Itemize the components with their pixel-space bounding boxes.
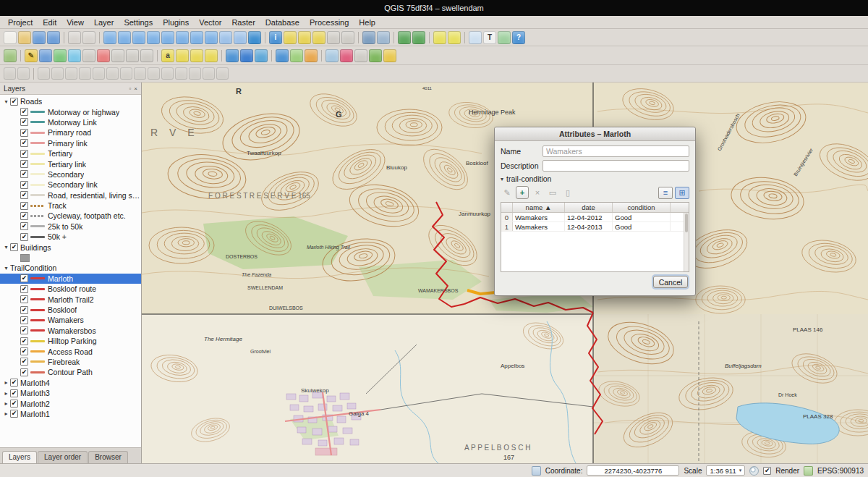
style-manager-icon[interactable] <box>340 49 353 62</box>
layer-item-roads[interactable]: ▾✔Roads <box>0 96 141 106</box>
layer-item-hilltop-parking[interactable]: ✔Hilltop Parking <box>0 336 141 346</box>
split-parts-icon[interactable] <box>175 67 187 80</box>
layer-item-contour-path[interactable]: ✔Contour Path <box>0 367 141 377</box>
layer-item-tertiary[interactable]: ✔Tertiary <box>0 148 141 159</box>
layer-checkbox[interactable]: ✔ <box>20 108 28 116</box>
layer-checkbox[interactable]: ✔ <box>20 306 28 314</box>
table-row[interactable]: 0Wamakers12-04-2012Good <box>501 213 689 222</box>
zoom-next-icon[interactable] <box>234 31 247 44</box>
render-checkbox[interactable]: ✔ Render <box>763 467 799 475</box>
file-new-icon[interactable] <box>4 31 17 44</box>
layer-item-motorway-link[interactable]: ✔Motorway Link <box>0 117 141 127</box>
scrollbar-thumb[interactable] <box>685 214 688 232</box>
unlink-feature-button[interactable]: ▯ <box>561 186 574 199</box>
panel-tab-layers[interactable]: Layers <box>2 451 37 463</box>
identify-icon[interactable]: i <box>269 31 282 44</box>
pan-map-icon[interactable] <box>103 31 116 44</box>
zoom-to-selection-icon[interactable] <box>190 31 203 44</box>
measure-line-icon[interactable] <box>327 31 340 44</box>
attribute-table-icon[interactable] <box>362 31 375 44</box>
form-view-button[interactable]: ≡ <box>658 187 673 199</box>
layer-checkbox[interactable]: ✔ <box>10 243 18 251</box>
menu-help[interactable]: Help <box>354 17 380 28</box>
help-contents-icon[interactable]: ? <box>512 31 525 44</box>
composer-manager-icon[interactable] <box>82 31 95 44</box>
expand-icon[interactable]: ▸ <box>2 400 10 407</box>
rotate-label-icon[interactable] <box>190 49 203 62</box>
rotate-feature-icon[interactable] <box>38 67 50 80</box>
zoom-to-layer-icon[interactable] <box>205 31 218 44</box>
field-calculator-icon[interactable] <box>377 31 390 44</box>
menu-vector[interactable]: Vector <box>194 17 226 28</box>
dialog-title[interactable]: Attributes – Marloth <box>495 127 695 141</box>
collapse-icon[interactable]: ▾ <box>2 265 10 271</box>
layer-checkbox[interactable]: ✔ <box>20 316 28 324</box>
zoom-in-icon[interactable] <box>132 31 145 44</box>
web-service-icon[interactable] <box>226 49 239 62</box>
layer-item-50k[interactable]: ✔50k + <box>0 232 141 242</box>
toggle-editing-icon[interactable]: ✎ <box>25 49 38 62</box>
pan-to-selection-icon[interactable] <box>118 31 131 44</box>
layer-item-track[interactable]: ✔Track <box>0 200 141 211</box>
layer-checkbox[interactable]: ✔ <box>20 202 28 210</box>
expand-icon[interactable]: ▸ <box>2 390 10 397</box>
save-layer-edits-icon[interactable] <box>39 49 52 62</box>
layer-item-trailcondition[interactable]: ▾TrailCondition <box>0 263 141 273</box>
link-feature-button[interactable]: ▭ <box>546 186 559 199</box>
collapse-icon[interactable]: ▾ <box>2 98 10 105</box>
layer-checkbox[interactable]: ✔ <box>20 295 28 303</box>
delete-child-feature-button[interactable]: × <box>531 186 544 199</box>
layer-checkbox[interactable]: ✔ <box>20 222 28 230</box>
select-by-expression-icon[interactable] <box>298 31 311 44</box>
labeling-icon[interactable]: a <box>161 49 174 62</box>
change-label-properties-icon[interactable] <box>205 49 218 62</box>
layer-checkbox[interactable]: ✔ <box>10 98 18 106</box>
magnifier-icon[interactable] <box>749 466 759 476</box>
zoom-full-icon[interactable] <box>176 31 189 44</box>
layer-checkbox[interactable]: ✔ <box>20 170 28 178</box>
reshape-features-icon[interactable] <box>134 67 146 80</box>
redo-icon[interactable] <box>17 67 30 80</box>
layer-checkbox[interactable]: ✔ <box>20 139 28 147</box>
metasearch-icon[interactable] <box>255 49 268 62</box>
crs-status-icon[interactable] <box>804 466 813 476</box>
zoom-native-icon[interactable] <box>161 31 174 44</box>
python-console-icon[interactable] <box>276 49 289 62</box>
add-feature-icon[interactable] <box>54 49 67 62</box>
color-grid-icon[interactable] <box>354 49 367 62</box>
layer-checkbox[interactable]: ✔ <box>20 233 28 241</box>
layer-checkbox[interactable]: ✔ <box>20 358 28 366</box>
fill-ring-icon[interactable] <box>93 67 105 80</box>
rotate-point-symbols-icon[interactable] <box>216 67 229 80</box>
undo-icon[interactable] <box>4 67 16 80</box>
file-open-icon[interactable] <box>18 31 31 44</box>
expand-icon[interactable]: ▸ <box>2 410 10 417</box>
layer-checkbox[interactable]: ✔ <box>20 326 28 334</box>
print-composer-icon[interactable] <box>68 31 81 44</box>
scale-combo[interactable]: 1:36 911 ▾ <box>706 465 745 476</box>
layer-checkbox[interactable]: ✔ <box>20 150 28 158</box>
layer-checkbox[interactable]: ✔ <box>10 389 18 397</box>
collapse-icon[interactable]: ▾ <box>2 244 10 250</box>
delete-ring-icon[interactable] <box>106 67 119 80</box>
layer-checkbox[interactable]: ✔ <box>20 118 28 126</box>
layer-checkbox[interactable]: ✔ <box>10 410 18 418</box>
layer-checkbox[interactable]: ✔ <box>10 379 18 387</box>
add-child-feature-button[interactable]: + <box>516 186 529 199</box>
file-save-as-icon[interactable] <box>47 31 60 44</box>
menu-raster[interactable]: Raster <box>226 17 260 28</box>
show-bookmarks-icon[interactable] <box>412 31 425 44</box>
openlayers-plugin-icon[interactable] <box>240 49 253 62</box>
expand-icon[interactable]: ▸ <box>2 379 10 386</box>
delete-part-icon[interactable] <box>120 67 132 80</box>
split-features-icon[interactable] <box>161 67 174 80</box>
map-tips-icon[interactable] <box>469 31 482 44</box>
menu-project[interactable]: Project <box>3 17 38 28</box>
zoom-out-icon[interactable] <box>147 31 160 44</box>
panel-tab-browser[interactable]: Browser <box>88 451 128 463</box>
column-header-name[interactable]: name ▲ <box>513 203 565 212</box>
grass-tools-icon[interactable] <box>4 49 17 62</box>
processing-toolbox-icon[interactable] <box>305 49 318 62</box>
layer-item-primary-link[interactable]: ✔Primary link <box>0 138 141 148</box>
move-feature-icon[interactable] <box>68 49 81 62</box>
